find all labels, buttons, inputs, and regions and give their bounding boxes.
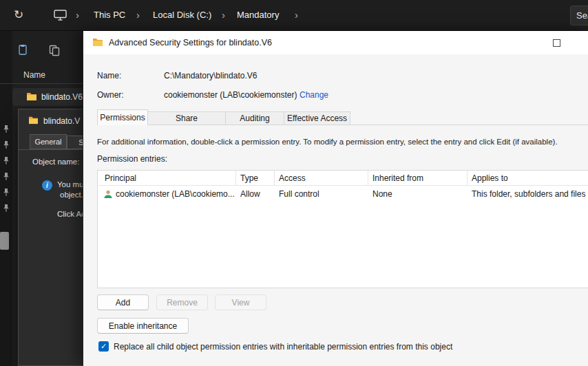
- maximize-button[interactable]: [540, 31, 572, 54]
- properties-dialog: blindato.V General Sha Object name: i Yo…: [18, 109, 83, 366]
- cut-icon[interactable]: [17, 44, 29, 59]
- name-value: C:\Mandatory\blindato.V6: [164, 71, 257, 80]
- folder-icon: [92, 37, 103, 50]
- cell-principal: cookiemonster (LAB\cookiemo...: [116, 189, 234, 199]
- dialog-title: Advanced Security Settings for blindato.…: [109, 38, 272, 47]
- tab-share[interactable]: Share: [147, 111, 226, 125]
- cell-applies-to: This folder, subfolders and files: [472, 189, 585, 199]
- chevron-right-icon: ›: [76, 9, 79, 21]
- breadcrumb-local-disk[interactable]: Local Disk (C:): [153, 10, 211, 20]
- search-box[interactable]: Sea: [570, 6, 588, 25]
- column-header-principal[interactable]: Principal: [105, 173, 136, 183]
- copy-icon[interactable]: [48, 44, 61, 59]
- remove-button[interactable]: Remove: [156, 294, 208, 310]
- owner-value: cookiemonster (LAB\cookiemonster): [164, 90, 297, 100]
- tab-underline: [19, 149, 83, 150]
- owner-label: Owner:: [97, 90, 124, 100]
- name-label: Name:: [97, 71, 121, 80]
- rail-highlight: [0, 232, 9, 250]
- column-divider: [0, 83, 83, 84]
- name-column-header[interactable]: Name: [23, 70, 45, 80]
- object-name-label: Object name:: [32, 158, 79, 166]
- replace-permissions-label: Replace all child object permission entr…: [114, 342, 452, 352]
- chevron-right-icon: ›: [136, 9, 140, 21]
- chevron-right-icon: ›: [222, 9, 225, 21]
- column-divider: [235, 171, 236, 186]
- table-row[interactable]: cookiemonster (LAB\cookiemo... Allow Ful…: [98, 186, 588, 202]
- column-divider: [467, 171, 468, 186]
- cell-access: Full control: [279, 189, 319, 199]
- view-button[interactable]: View: [215, 294, 266, 310]
- tab-permissions[interactable]: Permissions: [97, 109, 148, 125]
- change-owner-link[interactable]: Change: [300, 90, 328, 100]
- breadcrumb-this-pc[interactable]: This PC: [94, 10, 125, 20]
- cell-inherited-from: None: [372, 189, 392, 199]
- dialog-tab-strip: Permissions Share Auditing Effective Acc…: [97, 109, 350, 125]
- permission-entries-label: Permission entries:: [97, 154, 167, 164]
- check-icon: ✓: [101, 342, 107, 351]
- breadcrumb-mandatory[interactable]: Mandatory: [237, 10, 279, 20]
- info-text-line1: You mus: [57, 180, 83, 189]
- permission-entries-table: Principal Type Access Inherited from App…: [97, 170, 588, 288]
- pin-icon[interactable]: [3, 155, 10, 168]
- table-header: Principal Type Access Inherited from App…: [98, 171, 588, 186]
- dialog-titlebar: Advanced Security Settings for blindato.…: [83, 31, 588, 54]
- refresh-icon[interactable]: ↻: [14, 8, 23, 22]
- hint-text: Click Ad: [57, 210, 83, 218]
- pin-icon[interactable]: [3, 171, 10, 184]
- description-text: For additional information, double-click…: [97, 138, 588, 146]
- column-header-type[interactable]: Type: [240, 173, 258, 183]
- tab-auditing[interactable]: Auditing: [225, 111, 284, 125]
- explorer-topbar: ↻ › This PC › Local Disk (C:) › Mandator…: [0, 0, 588, 31]
- enable-inheritance-button[interactable]: Enable inheritance: [97, 318, 189, 334]
- column-header-access[interactable]: Access: [279, 173, 306, 183]
- user-icon: [103, 189, 113, 202]
- advanced-security-dialog: Advanced Security Settings for blindato.…: [83, 31, 588, 366]
- pin-icon[interactable]: [3, 124, 10, 136]
- column-divider: [274, 171, 275, 186]
- column-divider: [368, 171, 368, 186]
- chevron-right-icon: ›: [295, 9, 298, 21]
- folder-item-label: blindato.V6: [41, 92, 83, 102]
- replace-permissions-checkbox[interactable]: ✓: [98, 341, 109, 352]
- add-button[interactable]: Add: [97, 294, 149, 310]
- column-header-applies-to[interactable]: Applies to: [472, 173, 508, 183]
- tab-sharing[interactable]: Sha: [67, 136, 83, 149]
- folder-icon: [28, 115, 39, 127]
- tab-general[interactable]: General: [30, 134, 67, 149]
- pin-icon[interactable]: [3, 203, 10, 215]
- pin-icon[interactable]: [3, 187, 10, 200]
- properties-dialog-title: blindato.V: [43, 116, 80, 126]
- info-icon: i: [42, 180, 52, 191]
- column-header-inherited-from[interactable]: Inherited from: [372, 173, 423, 183]
- tab-effective-access[interactable]: Effective Access: [284, 111, 350, 125]
- this-pc-icon: [54, 10, 67, 23]
- folder-icon: [26, 92, 37, 104]
- folder-item-blindato[interactable]: blindato.V6: [12, 88, 83, 106]
- pin-icon[interactable]: [3, 140, 10, 152]
- info-text-line2: object.: [60, 191, 83, 199]
- maximize-icon: [553, 39, 560, 47]
- cell-type: Allow: [240, 189, 260, 199]
- info-glyph: i: [46, 182, 48, 189]
